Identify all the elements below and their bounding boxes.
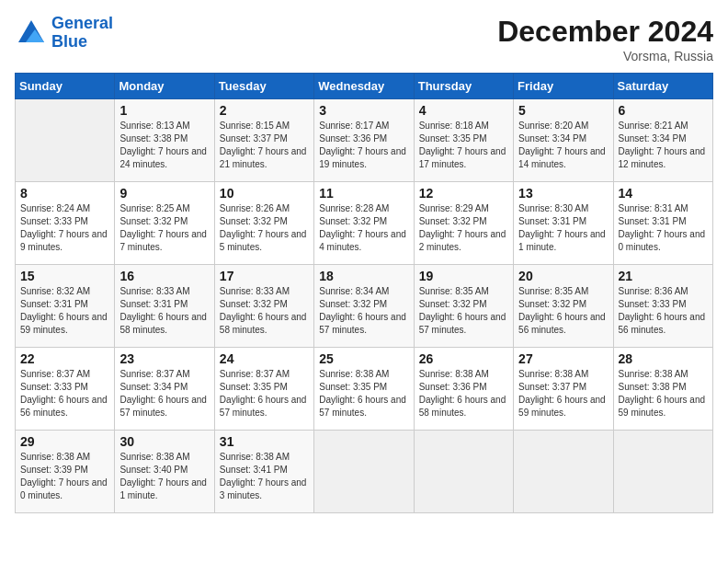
day-number: 13 (518, 186, 608, 201)
calendar-week-row: 1 Sunrise: 8:13 AM Sunset: 3:38 PM Dayli… (16, 99, 713, 182)
calendar-day-cell: 22 Sunrise: 8:37 AM Sunset: 3:33 PM Dayl… (16, 348, 115, 431)
calendar-day-cell: 24 Sunrise: 8:37 AM Sunset: 3:35 PM Dayl… (214, 348, 313, 431)
calendar-day-cell: 21 Sunrise: 8:36 AM Sunset: 3:33 PM Dayl… (613, 265, 712, 348)
day-info: Sunrise: 8:34 AM Sunset: 3:32 PM Dayligh… (319, 285, 408, 337)
day-info: Sunrise: 8:18 AM Sunset: 3:35 PM Dayligh… (419, 120, 508, 171)
day-number: 31 (220, 434, 309, 449)
calendar-week-row: 15 Sunrise: 8:32 AM Sunset: 3:31 PM Dayl… (16, 265, 713, 348)
day-info: Sunrise: 8:31 AM Sunset: 3:31 PM Dayligh… (619, 202, 708, 254)
calendar-day-cell: 31 Sunrise: 8:38 AM Sunset: 3:41 PM Dayl… (214, 431, 313, 513)
day-info: Sunrise: 8:33 AM Sunset: 3:31 PM Dayligh… (119, 285, 209, 337)
day-info: Sunrise: 8:29 AM Sunset: 3:32 PM Dayligh… (419, 202, 508, 254)
day-number: 1 (119, 103, 209, 118)
day-number: 12 (419, 186, 508, 201)
day-number: 6 (619, 103, 708, 118)
day-info: Sunrise: 8:38 AM Sunset: 3:41 PM Dayligh… (220, 451, 309, 502)
calendar-table: Sunday Monday Tuesday Wednesday Thursday… (15, 73, 713, 513)
day-number: 2 (220, 103, 309, 118)
calendar-day-cell (514, 431, 613, 513)
calendar-day-cell: 25 Sunrise: 8:38 AM Sunset: 3:35 PM Dayl… (314, 348, 414, 431)
header-tuesday: Tuesday (214, 74, 313, 99)
logo-text: General Blue (51, 15, 113, 52)
page-header: General Blue December 2024 Vorsma, Russi… (15, 15, 713, 63)
calendar-day-cell: 20 Sunrise: 8:35 AM Sunset: 3:32 PM Dayl… (514, 265, 613, 348)
day-number: 20 (518, 269, 608, 283)
header-sunday: Sunday (16, 74, 115, 99)
calendar-day-cell: 16 Sunrise: 8:33 AM Sunset: 3:31 PM Dayl… (115, 265, 214, 348)
calendar-day-cell (414, 431, 513, 513)
calendar-day-cell: 27 Sunrise: 8:38 AM Sunset: 3:37 PM Dayl… (514, 348, 613, 431)
day-number: 28 (619, 351, 708, 366)
month-title: December 2024 (497, 15, 713, 49)
day-info: Sunrise: 8:30 AM Sunset: 3:31 PM Dayligh… (518, 202, 608, 254)
header-saturday: Saturday (613, 74, 712, 99)
day-info: Sunrise: 8:20 AM Sunset: 3:34 PM Dayligh… (518, 120, 608, 171)
calendar-day-cell: 11 Sunrise: 8:28 AM Sunset: 3:32 PM Dayl… (314, 182, 414, 265)
day-number: 4 (419, 103, 508, 118)
day-info: Sunrise: 8:38 AM Sunset: 3:35 PM Dayligh… (319, 368, 408, 419)
day-info: Sunrise: 8:35 AM Sunset: 3:32 PM Dayligh… (518, 285, 608, 337)
day-number: 3 (319, 103, 408, 118)
calendar-week-row: 8 Sunrise: 8:24 AM Sunset: 3:33 PM Dayli… (16, 182, 713, 265)
day-number: 5 (518, 103, 608, 118)
day-info: Sunrise: 8:17 AM Sunset: 3:36 PM Dayligh… (319, 120, 408, 171)
calendar-day-cell: 23 Sunrise: 8:37 AM Sunset: 3:34 PM Dayl… (115, 348, 214, 431)
calendar-day-cell: 18 Sunrise: 8:34 AM Sunset: 3:32 PM Dayl… (314, 265, 414, 348)
day-info: Sunrise: 8:38 AM Sunset: 3:36 PM Dayligh… (419, 368, 508, 419)
day-number: 21 (619, 269, 708, 283)
day-info: Sunrise: 8:38 AM Sunset: 3:40 PM Dayligh… (119, 451, 209, 502)
day-number: 18 (319, 269, 408, 283)
calendar-day-cell (314, 431, 414, 513)
calendar-day-cell (16, 99, 115, 182)
title-section: December 2024 Vorsma, Russia (497, 15, 713, 63)
day-info: Sunrise: 8:35 AM Sunset: 3:32 PM Dayligh… (419, 285, 508, 337)
calendar-day-cell: 10 Sunrise: 8:26 AM Sunset: 3:32 PM Dayl… (214, 182, 313, 265)
day-info: Sunrise: 8:32 AM Sunset: 3:31 PM Dayligh… (20, 285, 109, 337)
header-monday: Monday (115, 74, 214, 99)
calendar-day-cell: 30 Sunrise: 8:38 AM Sunset: 3:40 PM Dayl… (115, 431, 214, 513)
day-number: 30 (119, 434, 209, 449)
calendar-day-cell: 29 Sunrise: 8:38 AM Sunset: 3:39 PM Dayl… (16, 431, 115, 513)
day-number: 9 (119, 186, 209, 201)
day-info: Sunrise: 8:25 AM Sunset: 3:32 PM Dayligh… (119, 202, 209, 254)
day-number: 29 (20, 434, 109, 449)
calendar-day-cell: 26 Sunrise: 8:38 AM Sunset: 3:36 PM Dayl… (414, 348, 513, 431)
day-number: 25 (319, 351, 408, 366)
day-number: 19 (419, 269, 508, 283)
calendar-day-cell: 19 Sunrise: 8:35 AM Sunset: 3:32 PM Dayl… (414, 265, 513, 348)
day-info: Sunrise: 8:38 AM Sunset: 3:38 PM Dayligh… (619, 368, 708, 419)
calendar-day-cell (613, 431, 712, 513)
calendar-day-cell: 4 Sunrise: 8:18 AM Sunset: 3:35 PM Dayli… (414, 99, 513, 182)
location-subtitle: Vorsma, Russia (497, 49, 713, 63)
calendar-day-cell: 28 Sunrise: 8:38 AM Sunset: 3:38 PM Dayl… (613, 348, 712, 431)
day-info: Sunrise: 8:38 AM Sunset: 3:39 PM Dayligh… (20, 451, 109, 502)
day-number: 24 (220, 351, 309, 366)
day-number: 23 (119, 351, 209, 366)
calendar-day-cell: 1 Sunrise: 8:13 AM Sunset: 3:38 PM Dayli… (115, 99, 214, 182)
logo: General Blue (15, 15, 113, 52)
calendar-day-cell: 3 Sunrise: 8:17 AM Sunset: 3:36 PM Dayli… (314, 99, 414, 182)
day-info: Sunrise: 8:26 AM Sunset: 3:32 PM Dayligh… (220, 202, 309, 254)
day-info: Sunrise: 8:36 AM Sunset: 3:33 PM Dayligh… (619, 285, 708, 337)
calendar-day-cell: 9 Sunrise: 8:25 AM Sunset: 3:32 PM Dayli… (115, 182, 214, 265)
day-info: Sunrise: 8:37 AM Sunset: 3:34 PM Dayligh… (119, 368, 209, 419)
day-info: Sunrise: 8:28 AM Sunset: 3:32 PM Dayligh… (319, 202, 408, 254)
day-number: 11 (319, 186, 408, 201)
day-number: 27 (518, 351, 608, 366)
day-info: Sunrise: 8:33 AM Sunset: 3:32 PM Dayligh… (220, 285, 309, 337)
calendar-day-cell: 5 Sunrise: 8:20 AM Sunset: 3:34 PM Dayli… (514, 99, 613, 182)
day-info: Sunrise: 8:37 AM Sunset: 3:35 PM Dayligh… (220, 368, 309, 419)
day-number: 8 (20, 186, 109, 201)
day-info: Sunrise: 8:13 AM Sunset: 3:38 PM Dayligh… (119, 120, 209, 171)
calendar-header-row: Sunday Monday Tuesday Wednesday Thursday… (16, 74, 713, 99)
calendar-day-cell: 6 Sunrise: 8:21 AM Sunset: 3:34 PM Dayli… (613, 99, 712, 182)
day-number: 15 (20, 269, 109, 283)
day-number: 22 (20, 351, 109, 366)
day-number: 10 (220, 186, 309, 201)
calendar-day-cell: 15 Sunrise: 8:32 AM Sunset: 3:31 PM Dayl… (16, 265, 115, 348)
day-info: Sunrise: 8:38 AM Sunset: 3:37 PM Dayligh… (518, 368, 608, 419)
day-info: Sunrise: 8:15 AM Sunset: 3:37 PM Dayligh… (220, 120, 309, 171)
day-info: Sunrise: 8:24 AM Sunset: 3:33 PM Dayligh… (20, 202, 109, 254)
day-number: 17 (220, 269, 309, 283)
day-number: 26 (419, 351, 508, 366)
